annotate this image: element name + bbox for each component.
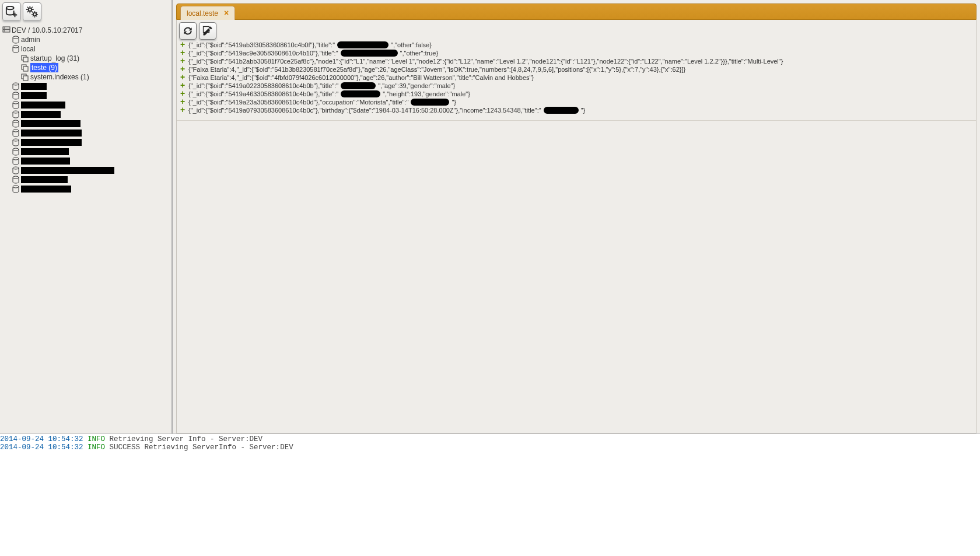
document-row[interactable]: +{"_id":{"$oid":"5419a23a30583608610c4b0… [179, 98, 974, 106]
tree-db-node-redacted[interactable] [12, 147, 169, 156]
svg-rect-14 [23, 76, 28, 81]
tree-collection-node[interactable]: teste (9) [21, 63, 169, 72]
tree-db-node-redacted[interactable] [12, 156, 169, 166]
redacted-title [341, 82, 376, 89]
settings-button[interactable] [23, 2, 41, 21]
svg-point-15 [13, 83, 19, 85]
database-icon [12, 45, 20, 53]
document-row[interactable]: +{"_id":{"$oid":"5419a02230583608610c4b0… [179, 82, 974, 90]
tree-db-label: local [21, 44, 36, 54]
document-json-post: ","age":39,"gender":"male"} [378, 82, 455, 89]
database-icon [12, 157, 20, 165]
tree-db-node-redacted[interactable] [12, 184, 169, 194]
log-level: INFO [88, 435, 105, 443]
expand-icon[interactable]: + [179, 99, 186, 105]
tree-db-node-redacted[interactable] [12, 100, 169, 110]
document-row[interactable]: +{"_id":{"$oid":"541b2abb30581f70ce25af8… [179, 57, 974, 65]
svg-rect-10 [23, 57, 28, 62]
log-message: Retrieving Server Info - Server:DEV [110, 435, 263, 443]
expand-icon[interactable]: + [179, 74, 186, 81]
redacted-label [21, 158, 70, 165]
tree-db-label: admin [21, 35, 40, 44]
log-panel[interactable]: 2014-09-24 10:54:32 INFO Retrieving Serv… [0, 433, 980, 556]
redacted-label [21, 176, 68, 183]
redacted-label [21, 92, 47, 99]
tree-db-node-redacted[interactable] [12, 175, 169, 184]
document-list: +{"_id":{"$oid":"5419ab3f30583608610c4b0… [177, 41, 976, 120]
svg-point-17 [13, 102, 19, 104]
svg-point-6 [4, 30, 5, 32]
sidebar: DEV / 10.0.5.10:27017 admin [0, 0, 173, 433]
svg-point-20 [13, 130, 19, 132]
svg-point-18 [13, 111, 19, 113]
database-icon [12, 185, 20, 193]
refresh-button[interactable] [179, 22, 197, 40]
expand-icon[interactable]: + [179, 50, 186, 56]
database-icon [12, 36, 20, 44]
svg-point-1 [29, 8, 32, 11]
tree-server-node[interactable]: DEV / 10.0.5.10:27017 [2, 26, 169, 35]
collection-icon [21, 73, 29, 81]
document-row[interactable]: +{"_id":{"$oid":"5419a07930583608610c4b0… [179, 106, 974, 114]
database-icon [12, 166, 20, 174]
main-panel: local.teste × +{"_id":{"$oid":"5419ab3f3… [173, 0, 980, 433]
collection-icon [21, 64, 29, 72]
svg-point-22 [13, 148, 19, 151]
tree-db-node-redacted[interactable] [12, 110, 169, 119]
database-icon [12, 148, 20, 156]
sidebar-toolbar [0, 0, 172, 25]
database-plus-icon [5, 5, 18, 18]
expand-icon[interactable]: + [179, 41, 186, 48]
expand-icon[interactable]: + [179, 90, 186, 97]
svg-rect-12 [23, 67, 28, 71]
document-row[interactable]: +{"_id":{"$oid":"5419ab3f30583608610c4b0… [179, 41, 974, 49]
add-connection-button[interactable] [2, 2, 21, 21]
tree-db-node-redacted[interactable] [12, 166, 169, 175]
document-row[interactable]: +{"Faixa Etaria":4,"_id":{"$oid":"541b3b… [179, 65, 974, 74]
expand-icon[interactable]: + [179, 82, 186, 89]
expand-icon[interactable]: + [179, 58, 186, 64]
document-row[interactable]: +{"_id":{"$oid":"5419a46330583608610c4b0… [179, 90, 974, 98]
document-panel: +{"_id":{"$oid":"5419ab3f30583608610c4b0… [176, 20, 977, 433]
tree-db-node-redacted[interactable] [12, 119, 169, 128]
server-icon [2, 26, 10, 34]
expand-icon[interactable]: + [179, 66, 186, 72]
svg-point-23 [13, 158, 19, 160]
document-row[interactable]: +{"_id":{"$oid":"5419ac9e30583608610c4b1… [179, 49, 974, 57]
tree-collection-node[interactable]: startup_log (31) [21, 54, 169, 63]
document-json-pre: {"_id":{"$oid":"5419ac9e30583608610c4b10… [188, 50, 338, 57]
tree-collection-label: system.indexes (1) [30, 72, 89, 82]
redacted-label [21, 167, 114, 174]
tree-db-node-redacted[interactable] [12, 128, 169, 138]
tree-db-node-redacted[interactable] [12, 82, 169, 91]
tree-collection-node[interactable]: system.indexes (1) [21, 72, 169, 82]
document-json-post: ","other":true} [400, 50, 439, 57]
log-timestamp: 2014-09-24 10:54:32 [0, 435, 83, 443]
svg-point-26 [13, 186, 19, 188]
redacted-title [544, 107, 579, 114]
database-icon [12, 176, 20, 184]
svg-point-7 [13, 36, 19, 39]
tree-db-node-redacted[interactable] [12, 138, 169, 147]
svg-point-24 [13, 167, 19, 169]
tree-db-node-redacted[interactable] [12, 91, 169, 100]
redacted-title [341, 90, 380, 97]
connection-tree[interactable]: DEV / 10.0.5.10:27017 admin [0, 25, 172, 198]
document-json-pre: {"_id":{"$oid":"5419a23a30583608610c4b0d… [188, 99, 408, 106]
document-json-pre: {"_id":{"$oid":"5419ab3f30583608610c4b0f… [188, 41, 335, 48]
collection-icon [21, 54, 29, 62]
redacted-label [21, 139, 82, 146]
database-icon [12, 138, 20, 146]
tree-db-node[interactable]: local [12, 44, 169, 54]
log-line: 2014-09-24 10:54:32 INFO Retrieving Serv… [0, 435, 980, 443]
database-icon [12, 110, 20, 118]
redacted-label [21, 83, 47, 90]
tree-db-node[interactable]: admin [12, 35, 169, 44]
tab-collection[interactable]: local.teste × [180, 6, 235, 20]
redacted-label [21, 102, 65, 109]
redacted-title [411, 99, 449, 106]
document-row[interactable]: +{"Faixa Etaria":4,"_id":{"$oid":"4fbfd0… [179, 74, 974, 82]
expand-icon[interactable]: + [179, 107, 186, 113]
tab-close-button[interactable]: × [224, 8, 229, 18]
edit-button[interactable] [199, 22, 216, 40]
